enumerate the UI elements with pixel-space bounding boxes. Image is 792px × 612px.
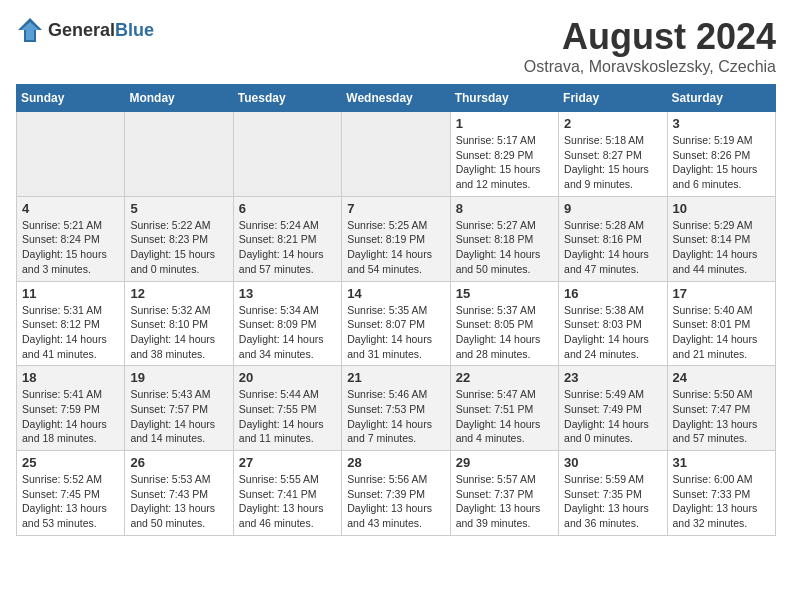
- day-info: Sunrise: 5:49 AMSunset: 7:49 PMDaylight:…: [564, 387, 661, 446]
- day-info: Sunrise: 5:53 AMSunset: 7:43 PMDaylight:…: [130, 472, 227, 531]
- day-number: 9: [564, 201, 661, 216]
- table-row: 8Sunrise: 5:27 AMSunset: 8:18 PMDaylight…: [450, 196, 558, 281]
- table-row: 23Sunrise: 5:49 AMSunset: 7:49 PMDayligh…: [559, 366, 667, 451]
- day-info: Sunrise: 5:38 AMSunset: 8:03 PMDaylight:…: [564, 303, 661, 362]
- day-info: Sunrise: 5:29 AMSunset: 8:14 PMDaylight:…: [673, 218, 770, 277]
- week-row-2: 4Sunrise: 5:21 AMSunset: 8:24 PMDaylight…: [17, 196, 776, 281]
- table-row: 12Sunrise: 5:32 AMSunset: 8:10 PMDayligh…: [125, 281, 233, 366]
- header-saturday: Saturday: [667, 85, 775, 112]
- page-header: GeneralBlue August 2024 Ostrava, Moravsk…: [16, 16, 776, 76]
- day-info: Sunrise: 5:28 AMSunset: 8:16 PMDaylight:…: [564, 218, 661, 277]
- day-info: Sunrise: 5:50 AMSunset: 7:47 PMDaylight:…: [673, 387, 770, 446]
- day-info: Sunrise: 5:22 AMSunset: 8:23 PMDaylight:…: [130, 218, 227, 277]
- day-number: 29: [456, 455, 553, 470]
- day-number: 26: [130, 455, 227, 470]
- day-number: 8: [456, 201, 553, 216]
- day-number: 14: [347, 286, 444, 301]
- table-row: [17, 112, 125, 197]
- day-info: Sunrise: 5:24 AMSunset: 8:21 PMDaylight:…: [239, 218, 336, 277]
- day-number: 24: [673, 370, 770, 385]
- day-info: Sunrise: 5:35 AMSunset: 8:07 PMDaylight:…: [347, 303, 444, 362]
- table-row: 14Sunrise: 5:35 AMSunset: 8:07 PMDayligh…: [342, 281, 450, 366]
- table-row: 19Sunrise: 5:43 AMSunset: 7:57 PMDayligh…: [125, 366, 233, 451]
- day-number: 16: [564, 286, 661, 301]
- table-row: [342, 112, 450, 197]
- table-row: [125, 112, 233, 197]
- day-info: Sunrise: 5:47 AMSunset: 7:51 PMDaylight:…: [456, 387, 553, 446]
- day-info: Sunrise: 5:21 AMSunset: 8:24 PMDaylight:…: [22, 218, 119, 277]
- table-row: 21Sunrise: 5:46 AMSunset: 7:53 PMDayligh…: [342, 366, 450, 451]
- table-row: 7Sunrise: 5:25 AMSunset: 8:19 PMDaylight…: [342, 196, 450, 281]
- week-row-3: 11Sunrise: 5:31 AMSunset: 8:12 PMDayligh…: [17, 281, 776, 366]
- day-number: 25: [22, 455, 119, 470]
- weekday-header-row: Sunday Monday Tuesday Wednesday Thursday…: [17, 85, 776, 112]
- day-number: 13: [239, 286, 336, 301]
- calendar-table: Sunday Monday Tuesday Wednesday Thursday…: [16, 84, 776, 536]
- table-row: 6Sunrise: 5:24 AMSunset: 8:21 PMDaylight…: [233, 196, 341, 281]
- table-row: 31Sunrise: 6:00 AMSunset: 7:33 PMDayligh…: [667, 451, 775, 536]
- table-row: 1Sunrise: 5:17 AMSunset: 8:29 PMDaylight…: [450, 112, 558, 197]
- header-thursday: Thursday: [450, 85, 558, 112]
- day-number: 4: [22, 201, 119, 216]
- day-number: 31: [673, 455, 770, 470]
- day-info: Sunrise: 5:31 AMSunset: 8:12 PMDaylight:…: [22, 303, 119, 362]
- day-number: 28: [347, 455, 444, 470]
- table-row: 9Sunrise: 5:28 AMSunset: 8:16 PMDaylight…: [559, 196, 667, 281]
- day-number: 21: [347, 370, 444, 385]
- day-info: Sunrise: 5:44 AMSunset: 7:55 PMDaylight:…: [239, 387, 336, 446]
- table-row: 11Sunrise: 5:31 AMSunset: 8:12 PMDayligh…: [17, 281, 125, 366]
- table-row: 26Sunrise: 5:53 AMSunset: 7:43 PMDayligh…: [125, 451, 233, 536]
- day-info: Sunrise: 5:43 AMSunset: 7:57 PMDaylight:…: [130, 387, 227, 446]
- logo-blue: Blue: [115, 20, 154, 40]
- location-title: Ostrava, Moravskoslezsky, Czechia: [524, 58, 776, 76]
- table-row: 24Sunrise: 5:50 AMSunset: 7:47 PMDayligh…: [667, 366, 775, 451]
- day-number: 18: [22, 370, 119, 385]
- day-info: Sunrise: 5:40 AMSunset: 8:01 PMDaylight:…: [673, 303, 770, 362]
- day-number: 12: [130, 286, 227, 301]
- day-info: Sunrise: 5:41 AMSunset: 7:59 PMDaylight:…: [22, 387, 119, 446]
- table-row: 15Sunrise: 5:37 AMSunset: 8:05 PMDayligh…: [450, 281, 558, 366]
- day-info: Sunrise: 5:19 AMSunset: 8:26 PMDaylight:…: [673, 133, 770, 192]
- table-row: 2Sunrise: 5:18 AMSunset: 8:27 PMDaylight…: [559, 112, 667, 197]
- day-info: Sunrise: 5:25 AMSunset: 8:19 PMDaylight:…: [347, 218, 444, 277]
- day-number: 20: [239, 370, 336, 385]
- day-info: Sunrise: 5:56 AMSunset: 7:39 PMDaylight:…: [347, 472, 444, 531]
- day-number: 7: [347, 201, 444, 216]
- header-friday: Friday: [559, 85, 667, 112]
- day-number: 17: [673, 286, 770, 301]
- table-row: 27Sunrise: 5:55 AMSunset: 7:41 PMDayligh…: [233, 451, 341, 536]
- day-info: Sunrise: 6:00 AMSunset: 7:33 PMDaylight:…: [673, 472, 770, 531]
- title-area: August 2024 Ostrava, Moravskoslezsky, Cz…: [524, 16, 776, 76]
- day-info: Sunrise: 5:57 AMSunset: 7:37 PMDaylight:…: [456, 472, 553, 531]
- day-number: 1: [456, 116, 553, 131]
- day-number: 6: [239, 201, 336, 216]
- table-row: 22Sunrise: 5:47 AMSunset: 7:51 PMDayligh…: [450, 366, 558, 451]
- day-info: Sunrise: 5:27 AMSunset: 8:18 PMDaylight:…: [456, 218, 553, 277]
- week-row-4: 18Sunrise: 5:41 AMSunset: 7:59 PMDayligh…: [17, 366, 776, 451]
- table-row: 28Sunrise: 5:56 AMSunset: 7:39 PMDayligh…: [342, 451, 450, 536]
- day-number: 15: [456, 286, 553, 301]
- day-number: 2: [564, 116, 661, 131]
- table-row: 4Sunrise: 5:21 AMSunset: 8:24 PMDaylight…: [17, 196, 125, 281]
- logo: GeneralBlue: [16, 16, 154, 44]
- day-number: 11: [22, 286, 119, 301]
- day-number: 19: [130, 370, 227, 385]
- logo-general: General: [48, 20, 115, 40]
- table-row: [233, 112, 341, 197]
- week-row-1: 1Sunrise: 5:17 AMSunset: 8:29 PMDaylight…: [17, 112, 776, 197]
- header-sunday: Sunday: [17, 85, 125, 112]
- table-row: 18Sunrise: 5:41 AMSunset: 7:59 PMDayligh…: [17, 366, 125, 451]
- day-number: 10: [673, 201, 770, 216]
- table-row: 17Sunrise: 5:40 AMSunset: 8:01 PMDayligh…: [667, 281, 775, 366]
- table-row: 20Sunrise: 5:44 AMSunset: 7:55 PMDayligh…: [233, 366, 341, 451]
- header-tuesday: Tuesday: [233, 85, 341, 112]
- table-row: 30Sunrise: 5:59 AMSunset: 7:35 PMDayligh…: [559, 451, 667, 536]
- table-row: 3Sunrise: 5:19 AMSunset: 8:26 PMDaylight…: [667, 112, 775, 197]
- day-number: 23: [564, 370, 661, 385]
- day-info: Sunrise: 5:37 AMSunset: 8:05 PMDaylight:…: [456, 303, 553, 362]
- day-number: 30: [564, 455, 661, 470]
- day-info: Sunrise: 5:18 AMSunset: 8:27 PMDaylight:…: [564, 133, 661, 192]
- table-row: 13Sunrise: 5:34 AMSunset: 8:09 PMDayligh…: [233, 281, 341, 366]
- table-row: 5Sunrise: 5:22 AMSunset: 8:23 PMDaylight…: [125, 196, 233, 281]
- day-number: 27: [239, 455, 336, 470]
